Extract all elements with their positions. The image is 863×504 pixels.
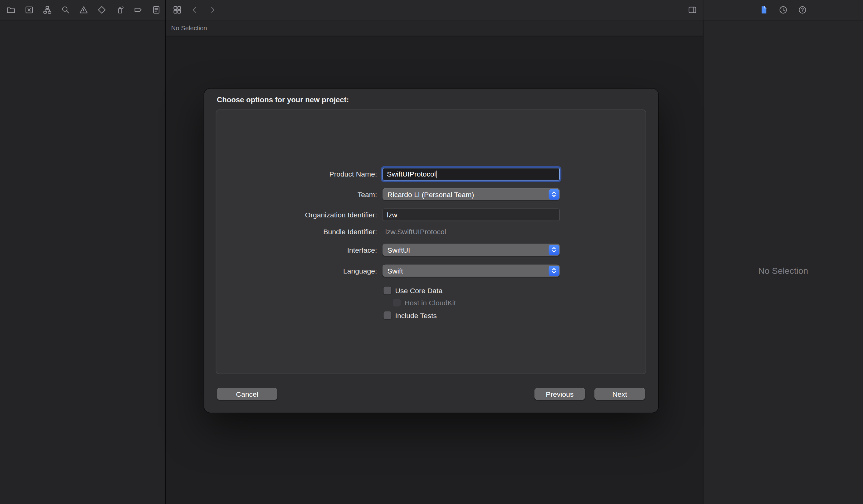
inspector-panel: No Selection [703,0,863,504]
navigator-sidebar [0,0,166,504]
include-tests-label[interactable]: Include Tests [395,311,437,319]
language-value: Swift [388,267,403,275]
dialog-title: Choose options for your new project: [217,96,349,104]
bundle-identifier-value: lzw.SwiftUIProtocol [383,227,446,236]
interface-row: Interface: SwiftUI [216,243,646,256]
breakpoint-icon[interactable] [134,5,142,15]
interface-value: SwiftUI [388,246,410,254]
organization-identifier-row: Organization Identifier: lzw [216,209,646,222]
grid-icon[interactable] [172,5,182,15]
product-name-row: Product Name: SwiftUIProtocol [216,168,646,180]
chevron-left-icon[interactable] [190,5,200,15]
use-core-data-row: Use Core Data [384,286,443,295]
spray-can-icon[interactable] [115,5,124,15]
jump-bar-text: No Selection [171,25,207,31]
language-dropdown[interactable]: Swift [383,264,560,277]
x-square-icon[interactable] [25,5,33,15]
host-in-cloudkit-label: Host in CloudKit [405,299,456,306]
file-inspector-icon[interactable] [759,5,769,15]
host-in-cloudkit-row: Host in CloudKit [393,298,455,307]
host-in-cloudkit-checkbox [393,299,401,306]
team-label: Team: [216,190,377,198]
jump-bar[interactable]: No Selection [166,20,703,36]
use-core-data-label[interactable]: Use Core Data [395,286,443,294]
editor-toolbar [166,0,703,20]
inspector-toolbar [703,0,863,20]
inspector-empty-text: No Selection [703,266,863,276]
team-value: Ricardo Li (Personal Team) [388,190,474,198]
text-cursor [437,170,437,178]
new-project-options-dialog: Choose options for your new project: Pro… [204,89,658,413]
xcode-window: No Selection No Selection Choose options… [0,0,863,504]
bundle-identifier-label: Bundle Identifier: [216,227,377,236]
use-core-data-checkbox[interactable] [384,287,391,294]
organization-identifier-input[interactable]: lzw [383,209,560,222]
hierarchy-icon[interactable] [43,5,52,15]
cancel-button[interactable]: Cancel [217,388,277,400]
search-icon[interactable] [61,5,70,15]
navigator-bar [0,0,165,20]
include-tests-row: Include Tests [384,311,437,320]
interface-dropdown[interactable]: SwiftUI [383,243,560,256]
interface-label: Interface: [216,246,377,254]
next-button[interactable]: Next [595,388,645,400]
language-row: Language: Swift [216,264,646,277]
clock-icon[interactable] [778,5,788,15]
dropdown-arrows-icon [549,189,559,200]
inspector-toggle-icon[interactable] [687,5,697,15]
dropdown-arrows-icon [549,244,559,255]
organization-identifier-label: Organization Identifier: [216,211,377,219]
diamond-icon[interactable] [97,5,106,15]
dropdown-arrows-icon [549,265,559,276]
organization-identifier-value: lzw [387,211,397,219]
folder-icon[interactable] [7,5,15,15]
report-doc-icon[interactable] [152,5,161,15]
product-name-label: Product Name: [216,170,377,178]
help-icon[interactable] [798,5,808,15]
product-name-value: SwiftUIProtocol [387,170,436,178]
chevron-right-icon[interactable] [208,5,217,15]
product-name-input[interactable]: SwiftUIProtocol [383,168,560,180]
options-form-panel: Product Name: SwiftUIProtocol Team: Rica… [216,110,646,374]
warning-triangle-icon[interactable] [79,5,88,15]
previous-button[interactable]: Previous [535,388,585,400]
team-dropdown[interactable]: Ricardo Li (Personal Team) [383,188,560,200]
include-tests-checkbox[interactable] [384,311,391,319]
team-row: Team: Ricardo Li (Personal Team) [216,188,646,200]
bundle-identifier-row: Bundle Identifier: lzw.SwiftUIProtocol [216,227,646,236]
language-label: Language: [216,267,377,275]
navigator-content [0,21,164,504]
